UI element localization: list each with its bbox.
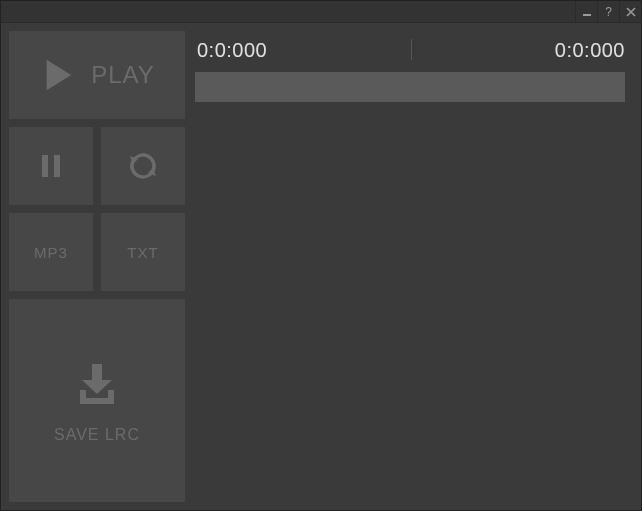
time-total: 0:0:000 xyxy=(555,39,625,62)
help-icon: ? xyxy=(605,5,612,19)
txt-label: TXT xyxy=(127,244,158,261)
pause-icon xyxy=(36,151,66,181)
time-display: 0:0:000 0:0:000 xyxy=(195,37,627,62)
minimize-button[interactable] xyxy=(575,1,597,22)
play-icon xyxy=(39,56,77,94)
play-button[interactable]: PLAY xyxy=(9,31,185,119)
sidebar: PLAY xyxy=(9,31,185,502)
save-lrc-label: SAVE LRC xyxy=(54,426,140,444)
svg-rect-0 xyxy=(583,14,591,16)
save-lrc-button[interactable]: SAVE LRC xyxy=(9,299,185,502)
loop-icon xyxy=(128,151,158,181)
loop-button[interactable] xyxy=(101,127,185,205)
load-txt-button[interactable]: TXT xyxy=(101,213,185,291)
time-elapsed: 0:0:000 xyxy=(197,39,267,62)
minimize-icon xyxy=(582,7,592,17)
help-button[interactable]: ? xyxy=(597,1,619,22)
svg-rect-5 xyxy=(108,390,114,400)
download-icon xyxy=(70,358,124,412)
content-area: PLAY xyxy=(1,23,641,510)
row-load-files: MP3 TXT xyxy=(9,213,185,291)
load-mp3-button[interactable]: MP3 xyxy=(9,213,93,291)
titlebar: ? xyxy=(1,1,641,23)
close-button[interactable] xyxy=(619,1,641,22)
svg-rect-2 xyxy=(54,155,60,177)
lyric-area xyxy=(195,112,627,496)
close-icon xyxy=(626,7,636,17)
pause-button[interactable] xyxy=(9,127,93,205)
row-pause-loop xyxy=(9,127,185,205)
seek-bar[interactable] xyxy=(195,72,625,102)
play-label: PLAY xyxy=(91,61,155,89)
svg-rect-4 xyxy=(80,390,86,400)
svg-rect-1 xyxy=(42,155,48,177)
mp3-label: MP3 xyxy=(34,244,68,261)
main-panel: 0:0:000 0:0:000 xyxy=(193,31,633,502)
app-window: ? PLAY xyxy=(0,0,642,511)
